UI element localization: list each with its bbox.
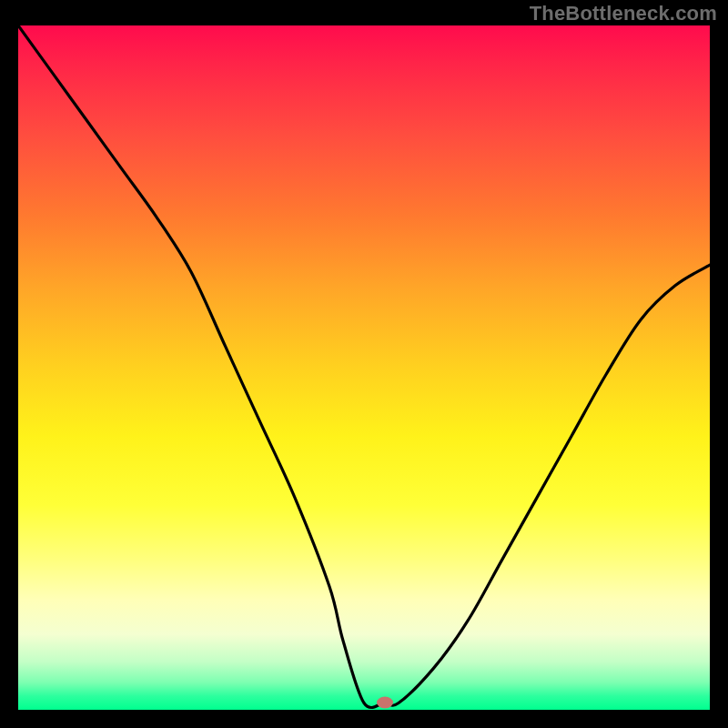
curve-overlay [18, 25, 710, 710]
plot-area [18, 25, 710, 710]
watermark-text: TheBottleneck.com [530, 2, 717, 25]
optimal-marker [377, 697, 393, 709]
chart-container: TheBottleneck.com [0, 0, 728, 728]
bottleneck-curve [18, 25, 710, 708]
